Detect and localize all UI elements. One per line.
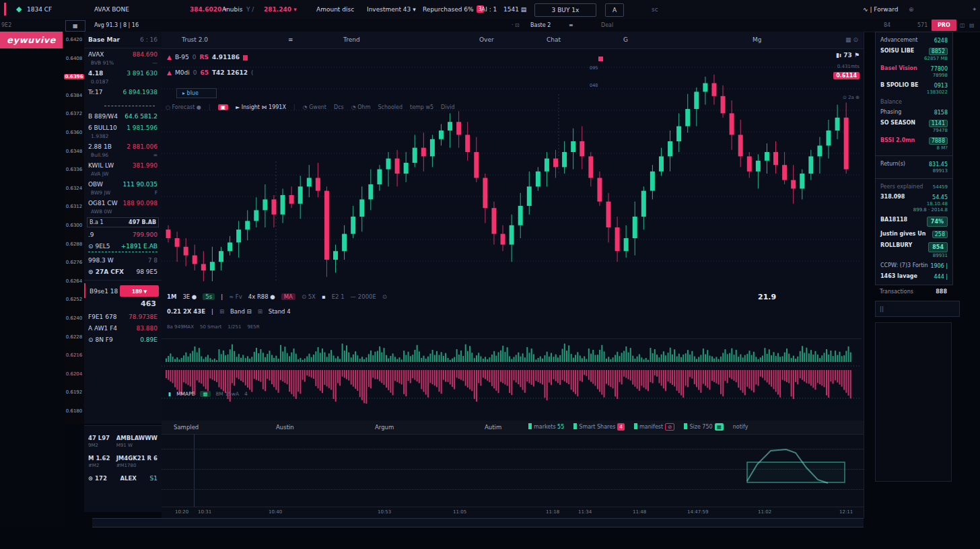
watchlist-row[interactable]: ⊙ 9EL5+1891 E.AB [84, 240, 162, 252]
watchlist-row[interactable]: ⊙ 8N F90.89E [84, 334, 162, 345]
watchlist-row[interactable]: A AW1 F483.880 [84, 322, 162, 334]
asset-price: 884.690 [133, 51, 158, 58]
topbar-item[interactable]: Anubis [222, 0, 242, 19]
topbar-item[interactable]: 384.6020 ▾ [190, 0, 227, 19]
topbar-item[interactable]: AI : 1 [481, 0, 497, 19]
table-column-header[interactable]: Autim [485, 420, 501, 434]
topbar-item[interactable]: ⊕ [909, 0, 914, 19]
position-row[interactable]: 47 L979M2AMBLAWWWM91 W [84, 431, 162, 451]
buy-button[interactable]: 189 ▾ [120, 285, 159, 297]
bottom-strip[interactable] [92, 518, 864, 527]
stat-row[interactable]: Balance [876, 97, 952, 107]
chart-tab[interactable]: G [623, 32, 628, 48]
stat-row[interactable]: 318.09854.4518.10.48899.8 · 2014.8 [876, 192, 952, 215]
event-marker-icon[interactable] [598, 57, 603, 61]
topbar-item[interactable]: Amount disc [316, 0, 354, 19]
watchlist-row[interactable]: Tr.176 894.1938 [84, 86, 162, 98]
watchlist-row[interactable]: 4.183 891 630 [84, 67, 162, 79]
subbar-item[interactable]: 571 [917, 19, 928, 32]
topbar-item[interactable]: Investment 43 ▾ [367, 0, 416, 19]
watchlist-row[interactable]: 998.3 W7 8 [84, 254, 162, 266]
topbar-item[interactable]: 3 BUY 1x [534, 3, 596, 17]
subbar-item[interactable]: ▦ [65, 20, 85, 32]
watchlist-row[interactable]: AVAX884.690 [84, 48, 162, 60]
topbar-item[interactable]: Repurchased 6%3 [423, 0, 484, 19]
chart-header-icons[interactable]: ▦ ⊙ [845, 32, 858, 48]
watchlist-row[interactable]: OBW111 90.035 [84, 178, 162, 190]
chart-tab[interactable]: ≡ [288, 32, 293, 48]
filter-chip[interactable]: notify [733, 420, 748, 434]
filter-chip[interactable]: Size 750▦ [684, 420, 723, 434]
volume-chart[interactable] [162, 338, 862, 404]
subbar-item[interactable]: Avg 91.3 | 8 | 16 [94, 19, 139, 32]
subbar-item[interactable]: · ⊡ [512, 19, 520, 32]
chart-tab[interactable]: Chat [547, 32, 561, 48]
topbar-item[interactable]: 1541 ▤ [503, 0, 526, 19]
subbar-item[interactable]: 84 [884, 19, 890, 32]
chart-tab[interactable]: Mg [753, 32, 761, 48]
stat-row[interactable]: CCPW: (7)3 Fortin1906 | [876, 260, 952, 271]
stat-values: 78888 M? [929, 137, 948, 151]
stat-row[interactable]: ROLLBURY85489931 [876, 240, 952, 260]
stat-row[interactable]: 1463 lavage444 | [876, 271, 952, 282]
topbar-item[interactable]: 281.240 ▾ [264, 0, 297, 19]
chart-tab[interactable]: Trust 2.0 [182, 32, 208, 48]
pro-tab[interactable]: PRO [932, 20, 956, 31]
subbar-item[interactable]: ◫ [960, 19, 965, 32]
subbar-item[interactable]: Baste 2 [530, 19, 551, 32]
stat-row[interactable]: B SPOLIO BE09131383022 [876, 80, 952, 97]
subbar-item[interactable]: ▤ [969, 19, 975, 32]
subbar-item[interactable]: ≡ [569, 19, 573, 32]
watchlist-boxed-row[interactable]: B.a 1497 B.AB [87, 217, 159, 227]
stat-row[interactable]: Peers explained54459 [876, 182, 952, 192]
price-scale[interactable]: 0.64200.64080.63960.63840.63720.63600.63… [64, 32, 85, 424]
stat-row[interactable]: SO SEASON114179478 [876, 118, 952, 135]
table-column-header[interactable]: Austin [276, 420, 294, 434]
topbar-item[interactable]: ✦ [972, 0, 977, 19]
stat-row[interactable]: Phasing8158 [876, 107, 952, 118]
candlestick-chart[interactable] [162, 54, 862, 291]
filter-chip[interactable]: Smart Shares4 [573, 420, 625, 434]
search-input[interactable]: || [875, 301, 960, 317]
filter-chip[interactable]: manifest⊘ [634, 420, 674, 434]
timeframe-item: ▪ [322, 293, 326, 300]
stat-values: 74% [927, 217, 948, 227]
timeframe-item: 1M [167, 293, 176, 300]
topbar-item[interactable]: Y / [246, 0, 254, 19]
topbar-item[interactable]: AVAX BONE [94, 0, 129, 19]
watchlist-row[interactable]: .9799.900 [84, 229, 162, 240]
stat-row[interactable]: Return(s)831.4589913 [876, 159, 952, 176]
chart-tab[interactable]: Over [479, 32, 494, 48]
watchlist-row[interactable]: 2.88 1B2 881.006 [84, 141, 162, 152]
filter-chip[interactable]: markets 55 [528, 420, 564, 434]
chart-tab[interactable]: Trend [343, 32, 360, 48]
order-row: B9se1 18189 ▾ [84, 283, 162, 298]
stat-value: 8158 [934, 110, 948, 116]
watchlist-row[interactable]: 6 BULL101 981.596 [84, 122, 162, 133]
watchlist-row[interactable]: F9E1 67878.9738E [84, 311, 162, 322]
stat-row[interactable]: Basel Vision7780078998 [876, 63, 952, 80]
trading-terminal: ◆ 1834 CFAVAX BONE384.6020 ▾AnubisY /281… [0, 0, 980, 549]
watchlist-row[interactable]: B 889/W464.6 581.2 [84, 110, 162, 122]
watchlist-row[interactable]: ⊙ 27A CFX98 9E5 [84, 266, 162, 277]
stat-row[interactable]: BA1811874% [876, 215, 952, 229]
table-column-header[interactable]: Argum [375, 420, 394, 434]
position-detail: AMBLAWWWM91 W [116, 435, 158, 448]
stat-row[interactable]: BSSI 2.0mn78888 M? [876, 135, 952, 153]
topbar-item[interactable]: 1834 CF [27, 0, 52, 19]
stat-row[interactable]: SOISU LIBE885262857 M8 [876, 46, 952, 63]
topbar-item[interactable]: A [605, 3, 624, 17]
topbar-item[interactable]: sc [652, 0, 658, 19]
table-column-header[interactable]: Sampled [174, 420, 199, 434]
watchlist-row[interactable]: OG81 CW188 90.098 [84, 197, 162, 209]
stat-row[interactable]: Advancement6248 [876, 35, 952, 46]
subbar-item[interactable]: 9E2 [1, 19, 11, 32]
position-row[interactable]: M 1.62#M2JM4GK21 R 6#M1780 [84, 451, 162, 472]
topbar-item[interactable]: ∿ | Forward [863, 0, 899, 19]
watchlist-row[interactable]: KWIL LW381.990 [84, 159, 162, 171]
price-tick: 0.6252 [64, 297, 84, 302]
stat-row[interactable]: Justin gives Un258 [876, 229, 952, 240]
subbar-item[interactable]: Deal [601, 19, 613, 32]
position-row[interactable]: ⊙ 172ALEXS1 [84, 472, 162, 485]
brand-logo[interactable]: eywuvive [0, 32, 63, 48]
